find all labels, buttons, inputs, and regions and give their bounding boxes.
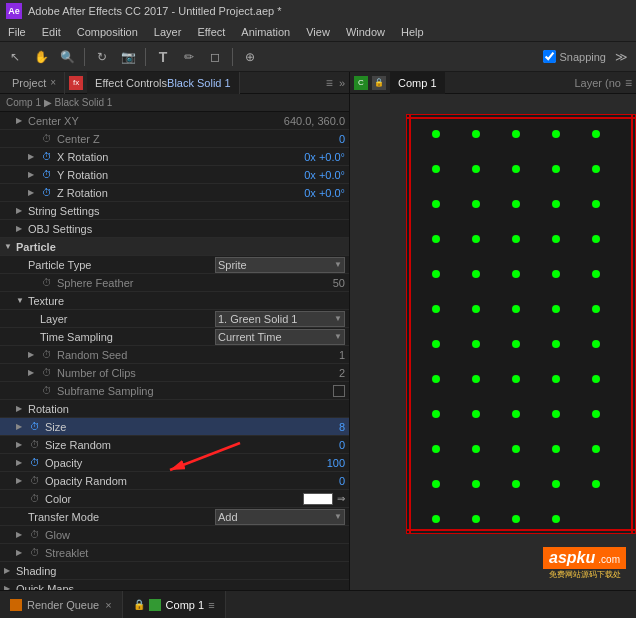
prop-sphere-feather[interactable]: ⏱ Sphere Feather 50 [0, 274, 349, 292]
prop-triangle-numclips[interactable]: ▶ [28, 368, 38, 377]
prop-val-opacity[interactable]: 100 [327, 457, 345, 469]
stopwatch-opacity[interactable]: ⏱ [28, 456, 42, 470]
snapping-checkbox[interactable] [543, 50, 556, 63]
menu-layer[interactable]: Layer [152, 26, 184, 38]
comp-lock-icon[interactable]: 🔒 [372, 76, 386, 90]
stopwatch-randomseed[interactable]: ⏱ [40, 348, 54, 362]
panel-menu-btn[interactable]: ≡ [326, 76, 333, 90]
prop-opacity-random[interactable]: ▶ ⏱ Opacity Random 0 [0, 472, 349, 490]
tab-project[interactable]: Project × [4, 72, 65, 94]
prop-triangle-glow[interactable]: ▶ [16, 530, 26, 539]
prop-val-zrot[interactable]: 0x +0.0° [304, 187, 345, 199]
menu-window[interactable]: Window [344, 26, 387, 38]
prop-val-spherefeather[interactable]: 50 [333, 277, 345, 289]
prop-val-centerz[interactable]: 0 [339, 133, 345, 145]
prop-val-size[interactable]: 8 [339, 421, 345, 433]
menu-composition[interactable]: Composition [75, 26, 140, 38]
menu-view[interactable]: View [304, 26, 332, 38]
prop-triangle-objsettings[interactable]: ▶ [16, 224, 26, 233]
toolbar-select-btn[interactable]: ↖ [4, 46, 26, 68]
prop-streaklet[interactable]: ▶ ⏱ Streaklet [0, 544, 349, 562]
prop-z-rotation[interactable]: ▶ ⏱ Z Rotation 0x +0.0° [0, 184, 349, 202]
prop-triangle-streaklet[interactable]: ▶ [16, 548, 26, 557]
prop-glow[interactable]: ▶ ⏱ Glow [0, 526, 349, 544]
comp-menu-btn[interactable]: ≡ [625, 76, 632, 90]
dropdown-transfer-mode[interactable]: Add ▼ [215, 509, 345, 525]
stopwatch-glow[interactable]: ⏱ [28, 528, 42, 542]
prop-triangle-centerxy[interactable]: ▶ [16, 116, 26, 125]
prop-triangle-opacityrandom[interactable]: ▶ [16, 476, 26, 485]
toolbar-camera-btn[interactable]: 📷 [117, 46, 139, 68]
prop-triangle-opacity[interactable]: ▶ [16, 458, 26, 467]
prop-val-centerxy[interactable]: 640.0, 360.0 [284, 115, 345, 127]
prop-transfer-mode[interactable]: Transfer Mode Add ▼ [0, 508, 349, 526]
stopwatch-zrot[interactable]: ⏱ [40, 186, 54, 200]
prop-string-settings[interactable]: ▶ String Settings [0, 202, 349, 220]
toolbar-shape-btn[interactable]: ◻ [204, 46, 226, 68]
color-arrow[interactable]: ⇒ [337, 493, 345, 504]
prop-val-opacityrandom[interactable]: 0 [339, 475, 345, 487]
stopwatch-centerz[interactable]: ⏱ [40, 132, 54, 146]
prop-triangle-strsettings[interactable]: ▶ [16, 206, 26, 215]
panel-expand-btn[interactable]: » [339, 77, 345, 89]
prop-opacity[interactable]: ▶ ⏱ Opacity 100 [0, 454, 349, 472]
menu-file[interactable]: File [6, 26, 28, 38]
prop-triangle-yrot[interactable]: ▶ [28, 170, 38, 179]
dropdown-layer[interactable]: 1. Green Solid 1 ▼ [215, 311, 345, 327]
prop-triangle-quickmaps[interactable]: ▶ [4, 584, 14, 590]
prop-x-rotation[interactable]: ▶ ⏱ X Rotation 0x +0.0° [0, 148, 349, 166]
prop-triangle-shading[interactable]: ▶ [4, 566, 14, 575]
prop-center-z[interactable]: ⏱ Center Z 0 [0, 130, 349, 148]
prop-triangle-randomseed[interactable]: ▶ [28, 350, 38, 359]
prop-y-rotation[interactable]: ▶ ⏱ Y Rotation 0x +0.0° [0, 166, 349, 184]
toolbar-text-btn[interactable]: T [152, 46, 174, 68]
tab-render-queue[interactable]: Render Queue × [0, 591, 123, 619]
stopwatch-color[interactable]: ⏱ [28, 492, 42, 506]
toolbar-more-btn[interactable]: ≫ [610, 46, 632, 68]
prop-val-yrot[interactable]: 0x +0.0° [304, 169, 345, 181]
menu-edit[interactable]: Edit [40, 26, 63, 38]
stopwatch-spherefeather[interactable]: ⏱ [40, 276, 54, 290]
prop-texture[interactable]: ▼ Texture [0, 292, 349, 310]
checkbox-subframe[interactable] [333, 385, 345, 397]
stopwatch-size[interactable]: ⏱ [28, 420, 42, 434]
menu-effect[interactable]: Effect [195, 26, 227, 38]
prop-val-sizerandom[interactable]: 0 [339, 439, 345, 451]
prop-val-numclips[interactable]: 2 [339, 367, 345, 379]
prop-time-sampling[interactable]: Time Sampling Current Time ▼ [0, 328, 349, 346]
prop-triangle-size[interactable]: ▶ [16, 422, 26, 431]
prop-shading[interactable]: ▶ Shading [0, 562, 349, 580]
dropdown-time-sampling[interactable]: Current Time ▼ [215, 329, 345, 345]
prop-triangle-sizerandom[interactable]: ▶ [16, 440, 26, 449]
prop-layer[interactable]: Layer 1. Green Solid 1 ▼ [0, 310, 349, 328]
prop-size[interactable]: ▶ ⏱ Size 8 [0, 418, 349, 436]
prop-particle-header[interactable]: ▼ Particle [0, 238, 349, 256]
stopwatch-streaklet[interactable]: ⏱ [28, 546, 42, 560]
prop-triangle-rotation[interactable]: ▶ [16, 404, 26, 413]
tab-comp1-bottom[interactable]: 🔒 Comp 1 ≡ [123, 591, 226, 619]
toolbar-zoom-btn[interactable]: 🔍 [56, 46, 78, 68]
color-swatch[interactable] [303, 493, 333, 505]
tab-project-close[interactable]: × [50, 77, 56, 88]
dropdown-particle-type[interactable]: Sprite ▼ [215, 257, 345, 273]
prop-triangle-xrot[interactable]: ▶ [28, 152, 38, 161]
prop-obj-settings[interactable]: ▶ OBJ Settings [0, 220, 349, 238]
toolbar-pen-btn[interactable]: ✏ [178, 46, 200, 68]
stopwatch-xrot[interactable]: ⏱ [40, 150, 54, 164]
prop-size-random[interactable]: ▶ ⏱ Size Random 0 [0, 436, 349, 454]
prop-subframe-sampling[interactable]: ⏱ Subframe Sampling [0, 382, 349, 400]
stopwatch-yrot[interactable]: ⏱ [40, 168, 54, 182]
prop-num-clips[interactable]: ▶ ⏱ Number of Clips 2 [0, 364, 349, 382]
stopwatch-numclips[interactable]: ⏱ [40, 366, 54, 380]
menu-help[interactable]: Help [399, 26, 426, 38]
prop-triangle-texture[interactable]: ▼ [16, 296, 26, 305]
toolbar-anchor-btn[interactable]: ⊕ [239, 46, 261, 68]
toolbar-rotate-btn[interactable]: ↻ [91, 46, 113, 68]
prop-color[interactable]: ⏱ Color ⇒ [0, 490, 349, 508]
prop-quick-maps[interactable]: ▶ Quick Maps [0, 580, 349, 590]
prop-random-seed[interactable]: ▶ ⏱ Random Seed 1 [0, 346, 349, 364]
stopwatch-opacityrandom[interactable]: ⏱ [28, 474, 42, 488]
prop-rotation[interactable]: ▶ Rotation [0, 400, 349, 418]
menu-animation[interactable]: Animation [239, 26, 292, 38]
prop-val-xrot[interactable]: 0x +0.0° [304, 151, 345, 163]
